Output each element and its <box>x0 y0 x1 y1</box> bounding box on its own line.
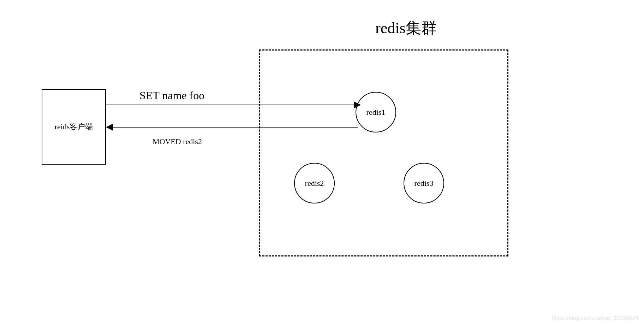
watermark: https://blog.csdn.net/qq_35835624 <box>551 315 638 321</box>
arrow-recv-head-icon <box>106 124 113 131</box>
arrow-send-line <box>106 105 357 105</box>
node-redis2: redis2 <box>294 163 335 203</box>
client-box: reids客户端 <box>42 89 106 165</box>
arrow-recv-line <box>111 127 358 128</box>
client-label: reids客户端 <box>55 122 93 132</box>
cluster-title: redis集群 <box>375 18 437 39</box>
node-redis1-label: redis1 <box>366 108 386 117</box>
redis-cluster-diagram: redis集群 reids客户端 redis1 redis2 redis3 SE… <box>0 0 644 325</box>
node-redis3-label: redis3 <box>415 179 434 188</box>
node-redis1: redis1 <box>356 92 396 132</box>
cluster-boundary <box>259 49 508 256</box>
arrow-send-head-icon <box>354 101 361 108</box>
node-redis2-label: redis2 <box>305 179 324 188</box>
node-redis3: redis3 <box>404 163 444 203</box>
recv-message-label: MOVED redis2 <box>153 137 202 146</box>
send-message-label: SET name foo <box>139 89 204 102</box>
